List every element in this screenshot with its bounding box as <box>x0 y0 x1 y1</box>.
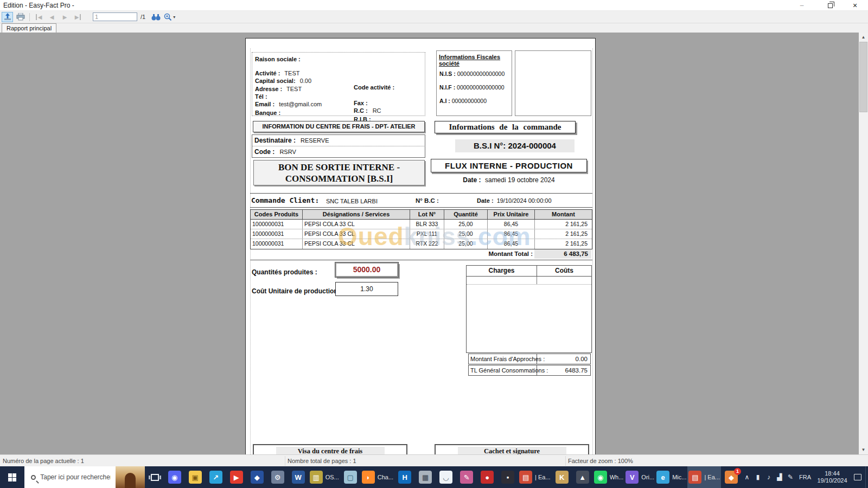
commande-date-line: Date : samedi 19 octobre 2024 <box>431 176 587 184</box>
cachet-signature-box: Cachet et signature <box>435 444 589 454</box>
easy-fact-2-label: | Ea... <box>704 474 720 480</box>
bank-app-taskbar-button[interactable]: ▦ <box>415 466 436 488</box>
apple-app-taskbar-button[interactable]: ● <box>477 466 497 488</box>
settings-taskbar-button[interactable]: ⚙ <box>267 466 288 488</box>
minimize-button[interactable]: – <box>793 0 810 11</box>
orange-app-taskbar-button[interactable]: ◆1 <box>721 466 742 488</box>
orion-icon: V <box>626 471 639 484</box>
next-page-button[interactable]: ▶ <box>59 12 71 22</box>
search-highlight-image[interactable] <box>116 466 145 488</box>
orion-taskbar-button[interactable]: VOri... <box>624 466 655 488</box>
windows-taskbar: ◉▣↗▶◆⚙W▥OS...▢◗Cha...H▦◡✎●▪▤| Ea...K▲◉Wh… <box>0 466 868 488</box>
telegram-taskbar-button[interactable]: ↗ <box>206 466 226 488</box>
last-page-button[interactable]: ▶ <box>72 12 84 22</box>
minimize-icon: – <box>800 2 804 9</box>
cell-prix-unitaire: 86,45 <box>488 239 535 249</box>
media-player-taskbar-button[interactable]: ▶ <box>226 466 247 488</box>
glass-app-taskbar-button[interactable]: ▢ <box>340 466 361 488</box>
documentation-taskbar-button[interactable]: ◆ <box>247 466 267 488</box>
header-prix: Prix Unitaire <box>488 210 535 219</box>
education-app-taskbar-button[interactable]: ▲ <box>572 466 593 488</box>
adresse-label: Adresse : <box>255 86 282 92</box>
first-page-button[interactable]: ◀ <box>33 12 44 22</box>
section-guide-right <box>592 48 593 454</box>
status-current-page: Numéro de la page actuelle : 1 <box>3 458 84 464</box>
edge-taskbar-button[interactable]: eMic... <box>655 466 687 488</box>
print-button[interactable] <box>15 12 26 22</box>
volume-icon[interactable]: ♪ <box>763 466 774 488</box>
items-table-header: Codes Produits Désignations / Services L… <box>250 209 592 220</box>
scrollbar-thumb[interactable] <box>859 42 867 112</box>
hidden-icons-chevron[interactable]: ∧ <box>742 466 752 488</box>
previous-page-button[interactable]: ◀ <box>46 12 58 22</box>
taskbar-search-box[interactable] <box>24 466 145 488</box>
whatsapp-taskbar-button[interactable]: ◉Wh... <box>593 466 625 488</box>
zoom-button[interactable]: ▾ <box>163 12 176 22</box>
network-icon[interactable]: ▟ <box>774 466 785 488</box>
fiscal-info-box: Informations Fiscales société N.I.S : 00… <box>436 50 512 116</box>
design-app-taskbar-button[interactable]: ✎ <box>456 466 477 488</box>
total-general-row: TL Général Consommations : 6483.75 <box>468 365 591 376</box>
bank-app-icon: ▦ <box>419 471 432 484</box>
find-button[interactable] <box>150 12 162 22</box>
tel-label: Tél : <box>255 93 267 100</box>
cell-designation: PEPSI COLA 33 CL <box>303 239 410 249</box>
edge-label: Mic... <box>672 474 686 480</box>
easy-fact-2-taskbar-button[interactable]: ▤| Ea... <box>687 466 721 488</box>
ai-value: 00000000000 <box>452 98 487 104</box>
pen-icon[interactable]: ✎ <box>785 466 796 488</box>
restore-icon <box>828 3 833 8</box>
dental-app-taskbar-button[interactable]: ◡ <box>436 466 456 488</box>
export-button[interactable] <box>2 12 13 22</box>
window-title: Edition - Easy-Fact Pro - <box>3 2 74 9</box>
battery-icon[interactable]: ▮ <box>752 466 763 488</box>
camera-app-taskbar-button[interactable]: ▪ <box>497 466 518 488</box>
keys-app-taskbar-button[interactable]: K <box>552 466 572 488</box>
report-page: Raison sociale : Activité : TEST Capital… <box>245 38 596 454</box>
capital-value: 0.00 <box>300 78 311 84</box>
easy-fact-taskbar-button[interactable]: ▤| Ea... <box>518 466 552 488</box>
taskbar-clock[interactable]: 18:44 19/10/2024 <box>814 470 850 484</box>
page-total-label: /1 <box>141 14 145 20</box>
whatsapp-icon: ◉ <box>594 471 607 484</box>
start-button[interactable] <box>0 466 24 488</box>
status-total-pages: Nombre total de pages : 1 <box>288 458 356 464</box>
language-indicator[interactable]: FRA <box>796 474 814 480</box>
title-bar: Edition - Easy-Fact Pro - – × <box>0 0 868 11</box>
action-center-button[interactable] <box>850 466 865 488</box>
vertical-scrollbar[interactable]: ▲ ▼ <box>859 33 868 454</box>
os-window-taskbar-button[interactable]: ▥OS... <box>309 466 340 488</box>
visa-signature-box: Visa du centre de frais <box>253 444 407 454</box>
hp-app-taskbar-button[interactable]: H <box>394 466 415 488</box>
quantites-produites-value: 5000.00 <box>335 262 398 277</box>
camera-app-icon: ▪ <box>501 471 514 484</box>
report-preview-area: Raison sociale : Activité : TEST Capital… <box>0 33 868 454</box>
total-general-value: 6483.75 <box>537 365 590 375</box>
page-number-input[interactable] <box>93 12 137 21</box>
word-taskbar-button[interactable]: W <box>288 466 309 488</box>
hp-app-icon: H <box>398 471 411 484</box>
scroll-down-arrow[interactable]: ▼ <box>859 445 868 454</box>
scroll-up-arrow[interactable]: ▲ <box>859 33 868 42</box>
activite-value: TEST <box>284 70 299 76</box>
restore-button[interactable] <box>821 0 839 11</box>
show-desktop-button[interactable] <box>865 466 868 488</box>
client-date: Date : 19/10/2024 00:00:00 <box>477 197 552 204</box>
status-zoom-factor: Facteur de zoom : 100% <box>568 458 633 464</box>
status-bar: Numéro de la page actuelle : 1 Nombre to… <box>0 454 868 466</box>
firefox-taskbar-button[interactable]: ◗Cha... <box>361 466 394 488</box>
dental-app-icon: ◡ <box>439 471 452 484</box>
search-input[interactable] <box>40 473 111 481</box>
tab-strip: Rapport principal <box>0 23 868 33</box>
close-button[interactable]: × <box>846 0 864 11</box>
discord-taskbar-button[interactable]: ◉ <box>164 466 185 488</box>
tab-rapport-principal[interactable]: Rapport principal <box>2 23 56 33</box>
task-view-button[interactable] <box>145 466 164 488</box>
report-toolbar: ◀ ◀ ▶ ▶ /1 ▾ <box>0 11 868 23</box>
charges-table: Charges Coûts <box>466 265 592 353</box>
nis-value: 000000000000000 <box>457 70 505 77</box>
file-explorer-taskbar-button[interactable]: ▣ <box>185 466 206 488</box>
cell-code-produit: 1000000031 <box>251 229 303 239</box>
os-window-label: OS... <box>326 474 339 480</box>
next-page-icon: ▶ <box>63 14 67 20</box>
